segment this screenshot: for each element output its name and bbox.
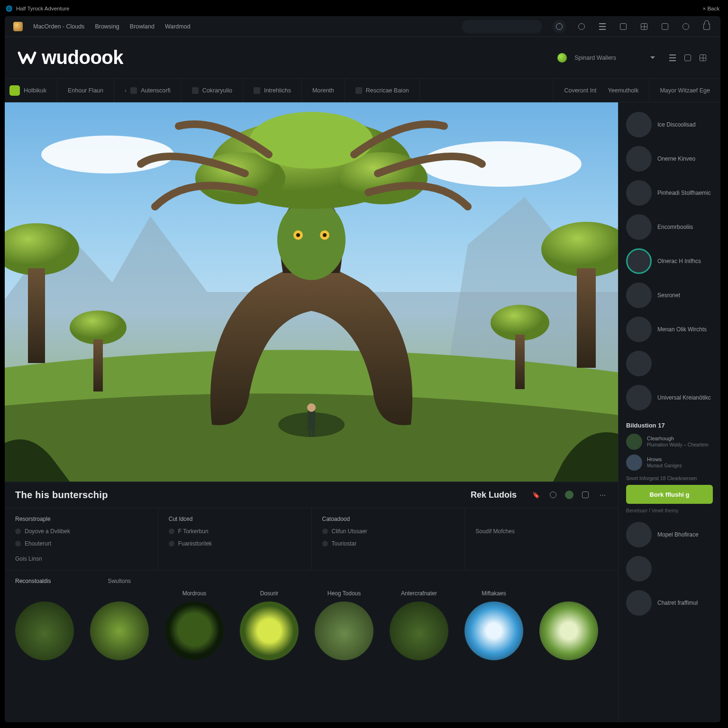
promo-row[interactable]: ClearhoughPlumation Waldy – Cheartem [626,434,713,450]
tab-mini-icon [355,87,362,94]
gallery-item[interactable] [85,590,154,660]
svg-point-16 [323,233,327,237]
layout-grid-btn[interactable] [698,53,708,63]
user-name[interactable]: Spinard Wallers [574,55,616,61]
tab-0[interactable]: Holbikuk [5,79,57,102]
brand-name: wudoook [42,47,123,68]
info-row[interactable]: Fuanisttorilek [169,540,301,547]
topnav-item-1[interactable]: Browsing [95,23,119,30]
topnav-item-0[interactable]: MacOrden - Clouds [33,23,84,30]
lock-icon-btn[interactable] [701,21,712,32]
info-row[interactable]: Soudif Mofches [475,528,608,535]
sidebar-item[interactable] [626,556,713,582]
thumb-icon [15,601,74,660]
svg-rect-21 [308,410,315,429]
info-row[interactable]: Ehouterurt [15,540,147,547]
info-col-2: Catoadood Clifun Utssaer Touriostar [312,508,465,570]
like-icon[interactable] [548,490,558,500]
info-row[interactable]: Clifun Utssaer [322,528,455,535]
status-dot-icon [557,53,567,63]
search-button[interactable] [553,20,566,33]
tab-right-0[interactable]: Coveront Int [564,87,596,94]
promo-row[interactable]: HrowsMunaut Ganiges [626,455,713,471]
svg-rect-23 [309,428,311,437]
info-row[interactable]: Doyove a Dvilibek [15,528,147,535]
topnav-item-3[interactable]: Wardmod [165,23,191,30]
more-icon[interactable]: ⋯ [597,490,608,500]
bullet-icon [169,541,174,546]
grid-icon-btn[interactable] [639,21,649,32]
bullet-icon [322,528,328,534]
share-card-icon [582,491,589,498]
svg-point-20 [250,112,373,169]
info-col-1: Cut ldced F Torkerbun Fuanisttorilek [158,508,312,570]
top-nav: MacOrden - Clouds Browsing Browland Ward… [5,16,720,37]
layout-list-btn[interactable] [667,53,678,63]
grid-icon [700,55,706,61]
card-icon [620,23,627,30]
info-row[interactable]: F Torkerbun [169,528,301,535]
hero-artwork [5,102,618,482]
thumb-icon [390,601,448,660]
share-icon[interactable] [580,490,591,500]
tab-4[interactable]: Intrehlichs [243,79,302,102]
tab-1[interactable]: Enhour Flaun [57,79,114,102]
avatar-icon [626,214,652,240]
avatar-icon [626,146,652,172]
info-col-3: Soudif Mofches [465,508,618,570]
gallery-item[interactable]: Dosurir [235,590,303,660]
sidebar-head-label: Mayor Witzaef Ege [649,87,720,94]
info-row[interactable]: Touriostar [322,540,455,547]
svg-point-1 [420,141,582,187]
tab-5[interactable]: Morenth [302,79,345,102]
cards-icon-btn[interactable] [618,21,628,32]
brand[interactable]: wudoook [17,47,123,68]
search-input[interactable] [462,20,542,33]
sidebar-item[interactable]: Chatret fraffimul [626,590,713,616]
gallery-heads: Reconstoaldis Swultons [5,570,618,588]
gallery-item[interactable]: Mordrous [160,590,228,660]
sidebar-item[interactable]: Encomrbooliis [626,214,713,240]
gallery-item[interactable] [10,590,79,660]
gallery-strip: Mordrous Dosurir Heog Todous Antercrafna… [5,588,618,660]
gallery-item[interactable]: Miftakaes [460,590,528,660]
tab-2[interactable]: ‹Autenscorfi [114,79,182,102]
tab-mini-icon [192,87,199,94]
sidebar-item[interactable]: Mopel Bhofirace [626,522,713,547]
bookmark-icon[interactable]: 🔖 [531,490,541,500]
promo-foot: Benetsarr l Vewit themy [626,508,713,513]
lock-icon [703,23,710,30]
info-columns: Resorstroaple Doyove a Dvilibek Ehouteru… [5,508,618,570]
gallery-item[interactable]: Heog Todous [310,590,378,660]
author-avatar-icon[interactable] [565,491,573,499]
sidebar-item[interactable] [626,351,713,376]
tab-3[interactable]: Cokraryulio [182,79,243,102]
cta-button[interactable]: Bork fflushi g [626,485,713,504]
profile-icon-btn[interactable] [681,21,691,32]
gallery-item[interactable]: Antercrafnater [385,590,453,660]
tab-6[interactable]: Rescricae Baion [345,79,420,102]
topnav-item-2[interactable]: Browland [130,23,155,30]
layout-card-btn[interactable] [682,53,693,63]
sidebar-item[interactable]: Onerne Kinveo [626,146,713,172]
sidebar-item[interactable]: Universal Kreianötikc [626,385,713,410]
info-col-0: Resorstroaple Doyove a Dvilibek Ehouteru… [5,508,158,570]
sidebar-item[interactable]: Pinheadi Stolfhaemic [626,180,713,206]
app-badge-icon [13,22,23,31]
sidebar-item[interactable]: Olnerac H Inifhcs [626,248,713,274]
sidebar-item[interactable]: Sesronet [626,282,713,308]
sidebar-item[interactable]: Ice Discoolisad [626,112,713,137]
search-icon-btn[interactable] [576,21,587,32]
feed-icon-btn[interactable] [597,21,608,32]
gallery-item[interactable] [535,590,603,660]
close-hint[interactable]: × Back [703,6,719,11]
brand-bar: wudoook Spinard Wallers [5,37,720,79]
tab-right-group: Coveront Int Yeemutholk [553,79,649,102]
right-sidebar: Ice Discoolisad Onerne Kinveo Pinheadi S… [618,102,720,722]
sidebar-item[interactable]: Menan Olik Wirchts [626,317,713,342]
window-icon [662,23,668,30]
window-icon-btn[interactable] [660,21,670,32]
tab-right-1[interactable]: Yeemutholk [608,87,639,94]
section-subtitle: Rek Ludois [471,490,517,500]
chevron-down-icon[interactable] [650,56,655,59]
